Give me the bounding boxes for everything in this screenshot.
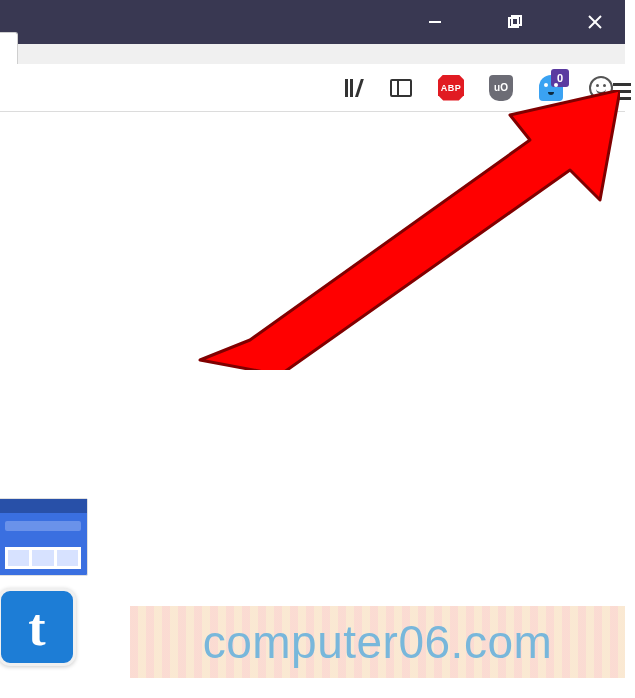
watermark-text: computer06.com xyxy=(203,615,553,669)
thumbnail-card xyxy=(0,498,88,576)
minimize-icon xyxy=(428,15,442,29)
menu-button[interactable] xyxy=(607,75,635,107)
tab-strip xyxy=(0,44,625,64)
tile-icon: t xyxy=(0,588,76,666)
watermark: computer06.com xyxy=(130,606,625,678)
sidebar-icon xyxy=(390,79,412,97)
close-icon xyxy=(588,15,602,29)
sidebar-button[interactable] xyxy=(385,72,417,104)
ghostery-button[interactable]: 0 xyxy=(535,72,567,104)
library-button[interactable] xyxy=(335,72,367,104)
minimize-button[interactable] xyxy=(415,0,455,44)
titlebar xyxy=(0,0,625,44)
ghostery-icon: 0 xyxy=(539,75,563,101)
ublock-origin-button[interactable]: uO xyxy=(485,72,517,104)
abp-icon: ABP xyxy=(438,75,464,101)
adblock-plus-button[interactable]: ABP xyxy=(435,72,467,104)
maximize-button[interactable] xyxy=(495,0,535,44)
navigation-toolbar: ABP uO 0 xyxy=(0,64,625,112)
thumbnail-snippet: t xyxy=(0,498,108,688)
maximize-icon xyxy=(508,15,522,29)
library-icon xyxy=(345,79,358,97)
ghostery-badge: 0 xyxy=(551,69,569,87)
ublock-icon: uO xyxy=(489,75,513,101)
hamburger-icon xyxy=(613,83,631,100)
active-tab-edge[interactable] xyxy=(0,32,18,64)
close-button[interactable] xyxy=(575,0,615,44)
